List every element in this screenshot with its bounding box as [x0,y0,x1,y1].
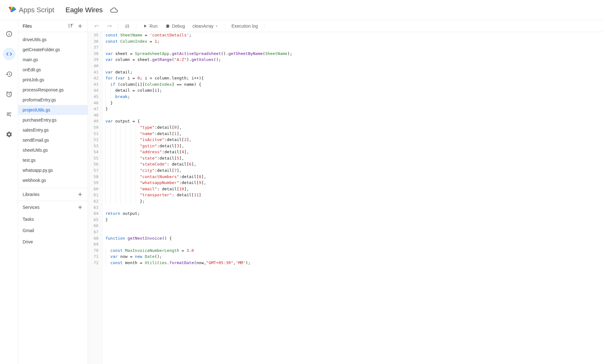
run-button[interactable]: Run [139,22,161,30]
apps-script-logo-icon [8,6,16,14]
logo-area: Apps Script [8,6,54,14]
nav-settings[interactable] [3,128,15,141]
function-selector[interactable]: cleanArray [189,22,222,30]
file-item[interactable]: proformaEntry.gs [18,95,88,105]
add-service-icon[interactable] [77,204,83,210]
file-item[interactable]: purchaseEntry.gs [18,115,88,125]
line-gutter: 3536373839404142434445464748495051525354… [88,32,103,364]
file-item[interactable]: sheetUtils.gs [18,145,88,155]
files-header: Files AZ [18,20,88,32]
file-item[interactable]: projectUtils.gs [18,105,88,115]
run-label: Run [149,24,158,29]
editor-area: Run Debug cleanArray Execution log 35363… [88,20,603,364]
execution-log-button[interactable]: Execution log [228,22,261,30]
files-label: Files [23,24,32,29]
file-item[interactable]: whatsapp.py.gs [18,165,88,175]
file-item[interactable]: driveUtils.gs [18,35,88,45]
nav-editor[interactable] [3,48,15,60]
file-item[interactable]: sendEmail.gs [18,135,88,145]
nav-triggers-history[interactable] [3,68,15,80]
save-button[interactable] [122,22,133,30]
exec-log-label: Execution log [231,24,258,29]
undo-button[interactable] [91,22,102,30]
code-content[interactable]: const SheetName = 'contactDetails';const… [103,32,295,364]
nav-overview[interactable] [3,28,15,40]
nav-rail [0,20,18,364]
file-list: driveUtils.gsgetCreateFolder.gsmain.gson… [18,32,88,188]
add-library-icon[interactable] [77,191,83,198]
file-item[interactable]: getCreateFolder.gs [18,45,88,55]
sort-az-icon[interactable]: AZ [68,23,74,29]
libraries-header: Libraries [18,188,88,201]
sidebar: Files AZ driveUtils.gsgetCreateFolder.gs… [18,20,88,364]
svg-text:AZ: AZ [71,23,73,25]
file-item[interactable]: test.gs [18,155,88,165]
add-file-icon[interactable] [77,23,83,29]
file-item[interactable]: salesEntry.gs [18,125,88,135]
file-item[interactable]: printJob.gs [18,75,88,85]
function-selected: cleanArray [193,24,214,29]
file-item[interactable]: main.gs [18,55,88,65]
editor-toolbar: Run Debug cleanArray Execution log [88,20,603,32]
service-item[interactable]: Drive [18,236,88,247]
nav-triggers-alarm[interactable] [3,88,15,101]
services-header: Services [18,201,88,214]
cloud-saved-icon[interactable] [110,6,118,14]
services-label: Services [23,205,40,210]
file-item[interactable]: webhook.gs [18,175,88,185]
redo-button[interactable] [104,22,115,30]
debug-button[interactable]: Debug [162,22,188,30]
project-name[interactable]: Eagle Wires [66,6,103,14]
code-editor[interactable]: 3536373839404142434445464748495051525354… [88,32,603,364]
nav-executions[interactable] [3,108,15,121]
chevron-down-icon [215,24,219,28]
service-item[interactable]: Gmail [18,225,88,236]
file-item[interactable]: processResponse.gs [18,85,88,95]
service-item[interactable]: Tasks [18,214,88,225]
header: Apps Script Eagle Wires [0,0,603,20]
libraries-label: Libraries [23,192,40,197]
file-item[interactable]: onEdit.gs [18,65,88,75]
app-name: Apps Script [19,6,54,14]
debug-label: Debug [172,24,185,29]
